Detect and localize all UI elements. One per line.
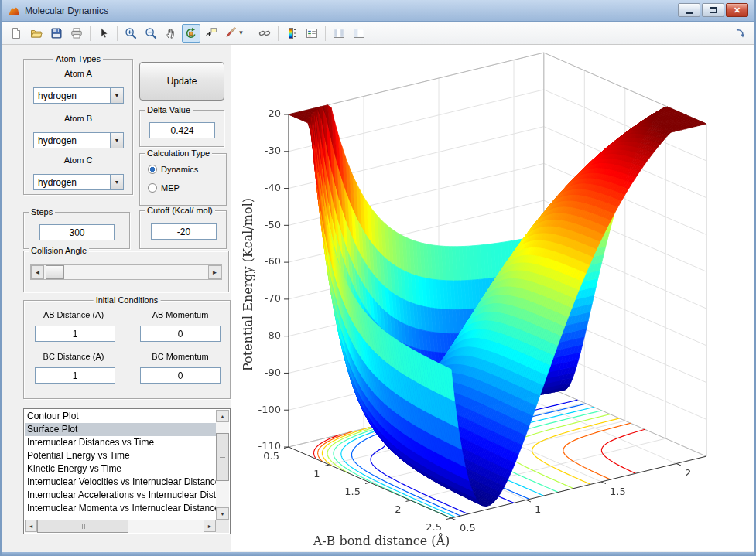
scroll-right-arrow[interactable]: ► bbox=[204, 520, 216, 532]
update-button[interactable]: Update bbox=[139, 62, 224, 101]
app-icon bbox=[8, 5, 20, 17]
toolbar-separator bbox=[278, 26, 279, 41]
list-item[interactable]: Contour Plot bbox=[25, 410, 216, 423]
cutoff-field[interactable] bbox=[151, 223, 217, 240]
radio-mep-label: MEP bbox=[161, 183, 180, 193]
bc-distance-field[interactable] bbox=[35, 367, 115, 384]
list-item[interactable]: Internuclear Accelerations vs Internucle… bbox=[25, 489, 216, 502]
atom-a-select[interactable]: hydrogen ▼ bbox=[33, 87, 124, 104]
surface-plot-canvas[interactable] bbox=[231, 45, 754, 551]
scrollbar-corner bbox=[216, 520, 229, 533]
atom-b-label: Atom B bbox=[24, 114, 132, 123]
atom-b-value: hydrogen bbox=[38, 135, 77, 146]
delta-value-panel: Delta Value bbox=[139, 110, 224, 147]
scroll-down-arrow[interactable]: ▼ bbox=[216, 507, 229, 520]
ab-distance-field[interactable] bbox=[35, 326, 115, 342]
titlebar[interactable]: Molecular Dynamics ✕ bbox=[2, 0, 754, 22]
thumb-grip bbox=[80, 524, 86, 529]
delta-value-field[interactable] bbox=[149, 122, 215, 138]
panel-title: Delta Value bbox=[145, 105, 193, 114]
new-figure-button[interactable] bbox=[7, 24, 26, 43]
hide-plot-tools-button[interactable] bbox=[330, 24, 348, 43]
radio-unchecked-icon bbox=[148, 183, 157, 193]
vertical-scroll-thumb[interactable] bbox=[216, 433, 229, 481]
list-item[interactable]: Kinetic Energy vs Time bbox=[25, 462, 216, 476]
steps-panel: Steps bbox=[23, 212, 130, 249]
chevron-down-icon[interactable]: ▼ bbox=[110, 88, 123, 103]
ab-momentum-label: AB Momentum bbox=[131, 310, 230, 319]
close-icon: ✕ bbox=[734, 5, 741, 15]
plot-type-listbox[interactable]: Contour PlotSurface PlotInternuclear Dis… bbox=[23, 408, 231, 534]
steps-field[interactable] bbox=[39, 224, 115, 240]
panel-title: Atom Types bbox=[53, 54, 103, 63]
window-title: Molecular Dynamics bbox=[25, 5, 108, 16]
collision-angle-panel: Collision Angle ◄ ► bbox=[23, 251, 229, 292]
collision-angle-slider[interactable]: ◄ ► bbox=[30, 264, 222, 280]
insert-legend-button[interactable] bbox=[303, 24, 321, 43]
ab-distance-label: AB Distance (A) bbox=[24, 310, 123, 319]
calculation-type-panel: Calculation Type Dynamics MEP bbox=[139, 153, 227, 206]
horizontal-scrollbar[interactable]: ◄ ► bbox=[25, 520, 216, 533]
rotate-3d-icon bbox=[185, 27, 197, 39]
horizontal-scroll-thumb[interactable] bbox=[37, 520, 128, 533]
data-cursor-button[interactable] bbox=[202, 24, 221, 43]
show-plot-tools-button[interactable] bbox=[350, 24, 368, 43]
close-button[interactable]: ✕ bbox=[726, 3, 748, 17]
maximize-button[interactable] bbox=[702, 3, 724, 17]
vertical-scrollbar[interactable]: ▲ ▼ bbox=[216, 410, 229, 520]
toolbar-separator bbox=[251, 26, 251, 41]
slider-right-arrow[interactable]: ► bbox=[208, 265, 221, 279]
bc-momentum-field[interactable] bbox=[140, 367, 221, 384]
slider-thumb[interactable] bbox=[46, 265, 64, 279]
chevron-down-icon[interactable]: ▼ bbox=[110, 133, 123, 148]
pan-button[interactable] bbox=[162, 24, 180, 43]
insert-colorbar-button[interactable] bbox=[282, 24, 301, 43]
atom-c-label: Atom C bbox=[24, 155, 132, 165]
list-item[interactable]: Internuclear Distances vs Time bbox=[25, 436, 216, 449]
toolbar-separator bbox=[117, 26, 118, 41]
zoom-out-icon bbox=[145, 27, 157, 39]
zoom-in-button[interactable] bbox=[121, 24, 140, 43]
scroll-up-arrow[interactable]: ▲ bbox=[216, 410, 229, 422]
zoom-out-button[interactable] bbox=[142, 24, 160, 43]
minimize-button[interactable] bbox=[678, 3, 700, 17]
atom-a-label: Atom A bbox=[24, 69, 132, 78]
ab-momentum-field[interactable] bbox=[140, 326, 221, 342]
toolbar-separator bbox=[325, 26, 326, 41]
save-figure-button[interactable] bbox=[47, 24, 66, 43]
dock-arrow-icon bbox=[734, 27, 746, 39]
open-folder-icon bbox=[30, 27, 43, 39]
cutoff-panel: Cutoff (Kcal/ mol) bbox=[139, 210, 227, 249]
radio-mep[interactable]: MEP bbox=[148, 183, 180, 193]
chevron-down-icon[interactable]: ▼ bbox=[110, 175, 123, 189]
link-plot-button[interactable] bbox=[255, 24, 274, 43]
radio-checked-icon bbox=[148, 165, 157, 174]
printer-icon bbox=[70, 27, 83, 39]
list-item[interactable]: Surface Plot bbox=[25, 423, 216, 436]
dock-figure-button[interactable] bbox=[730, 24, 749, 43]
app-window: Molecular Dynamics ✕ bbox=[0, 0, 756, 556]
window-controls: ✕ bbox=[678, 3, 748, 17]
slider-left-arrow[interactable]: ◄ bbox=[31, 265, 44, 279]
zoom-in-icon bbox=[125, 27, 137, 39]
atom-c-select[interactable]: hydrogen ▼ bbox=[33, 174, 124, 190]
initial-conditions-panel: Initial Conditions AB Distance (A) AB Mo… bbox=[23, 300, 231, 399]
brush-icon bbox=[225, 27, 238, 39]
slider-track[interactable] bbox=[44, 265, 208, 279]
print-figure-button[interactable] bbox=[67, 24, 86, 43]
chevron-down-icon[interactable]: ▼ bbox=[238, 29, 245, 36]
minimize-icon bbox=[686, 12, 693, 14]
rotate-3d-button[interactable] bbox=[182, 24, 200, 43]
bc-distance-label: BC Distance (A) bbox=[24, 352, 123, 361]
list-item[interactable]: Internuclear Momenta vs Internuclear Dis… bbox=[25, 502, 216, 515]
brush-button[interactable]: ▼ bbox=[222, 24, 247, 43]
scroll-left-arrow[interactable]: ◄ bbox=[25, 520, 37, 532]
show-plot-tools-icon bbox=[353, 27, 365, 39]
figure-toolbar: ▼ bbox=[2, 22, 754, 45]
atom-b-select[interactable]: hydrogen ▼ bbox=[33, 132, 124, 148]
list-item[interactable]: Potential Energy vs Time bbox=[25, 449, 216, 462]
edit-plot-button[interactable] bbox=[94, 24, 113, 43]
radio-dynamics[interactable]: Dynamics bbox=[148, 165, 198, 174]
open-file-button[interactable] bbox=[27, 24, 46, 43]
list-item[interactable]: Internuclear Velocities vs Internuclear … bbox=[25, 476, 216, 489]
